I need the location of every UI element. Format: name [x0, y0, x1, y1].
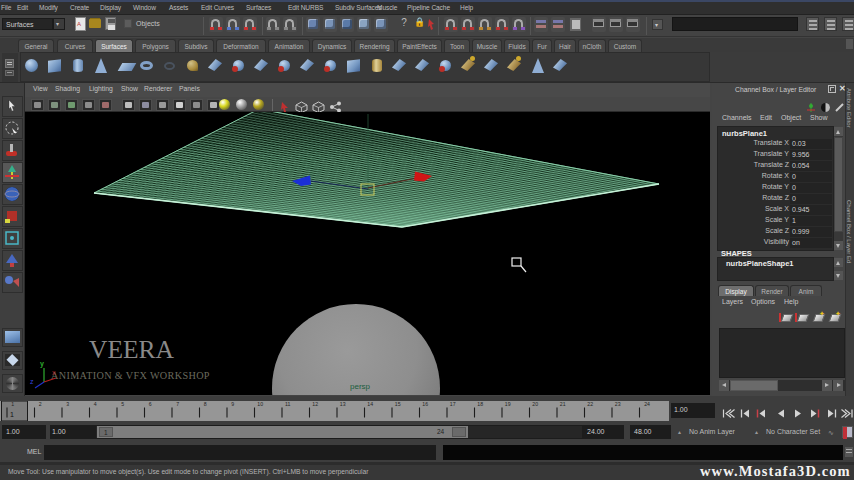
svg-text:1: 1	[11, 401, 14, 407]
svg-text:11: 11	[285, 401, 290, 407]
svg-text:14: 14	[367, 401, 373, 407]
svg-text:24: 24	[644, 401, 650, 407]
svg-text:z: z	[30, 378, 34, 385]
svg-text:10: 10	[257, 401, 263, 407]
svg-text:y: y	[40, 360, 44, 368]
svg-text:2: 2	[39, 401, 42, 407]
svg-text:18: 18	[477, 401, 483, 407]
svg-text:21: 21	[560, 401, 566, 407]
svg-text:13: 13	[340, 401, 346, 407]
svg-text:1: 1	[10, 411, 14, 418]
svg-text:19: 19	[505, 401, 511, 407]
svg-text:7: 7	[176, 401, 179, 407]
svg-text:ANIMATION & VFX WORKSHOP: ANIMATION & VFX WORKSHOP	[51, 370, 210, 381]
svg-text:5: 5	[121, 401, 124, 407]
svg-text:12: 12	[312, 401, 318, 407]
svg-text:23: 23	[615, 401, 621, 407]
svg-text:9: 9	[231, 401, 234, 407]
svg-text:16: 16	[422, 401, 428, 407]
svg-text:20: 20	[532, 401, 538, 407]
svg-text:persp: persp	[350, 382, 371, 391]
svg-text:22: 22	[587, 401, 593, 407]
svg-text:3: 3	[66, 401, 69, 407]
svg-text:VEERA: VEERA	[89, 335, 175, 364]
svg-text:8: 8	[204, 401, 207, 407]
svg-text:4: 4	[94, 401, 97, 407]
svg-text:x: x	[52, 369, 56, 376]
svg-text:17: 17	[450, 401, 456, 407]
svg-text:15: 15	[395, 401, 401, 407]
svg-text:6: 6	[149, 401, 152, 407]
